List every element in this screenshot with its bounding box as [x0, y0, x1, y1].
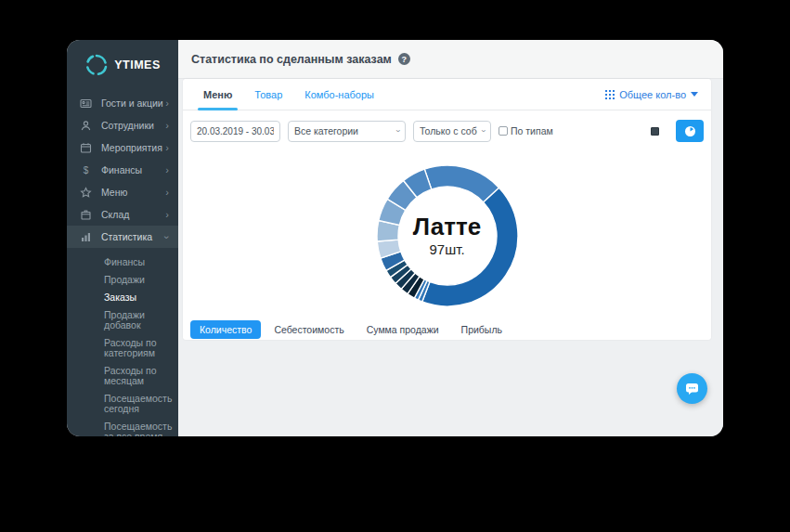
chat-button[interactable]: [677, 373, 707, 404]
main-area: Статистика по сделанным заказам ? Меню Т…: [178, 40, 723, 436]
calendar-icon: [80, 142, 92, 154]
chevron-down-icon: ›: [162, 235, 173, 239]
tab-row: Меню Товар Комбо-наборы Общее кол-во: [183, 79, 711, 110]
chat-bubble-icon: [684, 381, 700, 396]
chevron-right-icon: ›: [165, 121, 169, 131]
submenu-item-sales[interactable]: Продажи: [67, 271, 178, 289]
ytimes-logo-icon: [84, 53, 109, 77]
by-types-checkbox[interactable]: По типам: [499, 125, 553, 136]
checkbox-icon: [499, 126, 508, 136]
sidebar-nav: Гости и акции › Сотрудники › Мероприятия…: [67, 92, 178, 436]
grid-icon: [605, 90, 615, 99]
sidebar-item-guests[interactable]: Гости и акции ›: [67, 92, 178, 114]
chevron-down-icon: ›: [394, 130, 403, 133]
bar-chart-icon: [80, 231, 92, 243]
chevron-right-icon: ›: [165, 210, 169, 220]
refresh-button[interactable]: [676, 120, 704, 142]
donut-chart: Латте 97шт.: [183, 157, 711, 315]
sidebar-item-label: Гости и акции: [101, 97, 165, 109]
serving-type-select[interactable]: Только с собой ›: [413, 121, 491, 142]
chevron-right-icon: ›: [165, 98, 169, 109]
checkbox-label: По типам: [511, 125, 553, 136]
dollar-icon: $: [80, 164, 92, 176]
person-icon: [80, 120, 92, 132]
statistics-submenu: Финансы Продажи Заказы Продажи добавок Р…: [67, 248, 178, 436]
sidebar-item-label: Финансы: [101, 164, 165, 175]
statistics-card: Меню Товар Комбо-наборы Общее кол-во Все…: [183, 79, 711, 340]
chevron-down-icon: ›: [479, 130, 488, 133]
submenu-item-attendance-today[interactable]: Посещаемость сегодня: [67, 390, 178, 418]
content-area: Меню Товар Комбо-наборы Общее кол-во Все…: [178, 79, 723, 436]
total-count-label: Общее кол-во: [619, 89, 686, 100]
sidebar-item-label: Склад: [101, 209, 165, 220]
box-icon: [80, 209, 92, 221]
sidebar-item-label: Меню: [101, 187, 165, 198]
sidebar-item-label: Статистика: [101, 231, 165, 242]
svg-text:$: $: [84, 165, 89, 175]
sidebar-item-warehouse[interactable]: Склад ›: [67, 203, 178, 226]
page-title: Статистика по сделанным заказам: [191, 53, 392, 66]
total-count-switcher[interactable]: Общее кол-во: [605, 79, 702, 110]
logo: YTIMES: [67, 40, 178, 92]
sidebar-item-menu[interactable]: Меню ›: [67, 181, 178, 203]
chevron-right-icon: ›: [165, 165, 169, 175]
metric-tab-sales-sum[interactable]: Сумма продажи: [357, 320, 448, 339]
mini-panel-icon[interactable]: [651, 127, 659, 136]
metric-tab-cost[interactable]: Себестоимость: [265, 320, 353, 339]
tab-combo[interactable]: Комбо-наборы: [293, 79, 385, 110]
sidebar-item-events[interactable]: Мероприятия ›: [67, 136, 178, 159]
metric-tab-quantity[interactable]: Количество: [190, 320, 261, 339]
sidebar: YTIMES Гости и акции › Сотрудники ›: [67, 40, 178, 436]
caret-down-icon: [691, 92, 698, 97]
sidebar-item-statistics[interactable]: Статистика ›: [67, 226, 178, 248]
date-range-input[interactable]: [190, 121, 280, 142]
category-select[interactable]: Все категории ›: [288, 121, 406, 142]
star-icon: [80, 187, 92, 199]
chevron-right-icon: ›: [165, 143, 169, 153]
page-header: Статистика по сделанным заказам ?: [178, 40, 723, 79]
metric-tabs: Количество Себестоимость Сумма продажи П…: [183, 315, 711, 339]
id-card-icon: [80, 97, 92, 110]
submenu-item-orders[interactable]: Заказы: [67, 289, 178, 306]
chevron-right-icon: ›: [165, 188, 169, 198]
sidebar-item-label: Сотрудники: [101, 120, 165, 131]
filter-row: Все категории › Только с собой › По типа…: [183, 110, 711, 150]
tab-product[interactable]: Товар: [243, 79, 293, 110]
sidebar-item-label: Мероприятия: [101, 142, 165, 153]
sidebar-item-employees[interactable]: Сотрудники ›: [67, 114, 178, 136]
submenu-item-expenses-by-category[interactable]: Расходы по категориям: [67, 334, 178, 362]
donut-segment[interactable]: [421, 188, 517, 306]
submenu-item-attendance-all-time[interactable]: Посещаемость за все время: [67, 418, 178, 436]
logo-text: YTIMES: [114, 58, 161, 71]
submenu-item-finance[interactable]: Финансы: [67, 253, 178, 271]
pie-clock-icon: [684, 125, 696, 137]
donut-segment[interactable]: [424, 165, 499, 202]
metric-tab-profit[interactable]: Прибыль: [452, 320, 512, 339]
app-window: YTIMES Гости и акции › Сотрудники ›: [67, 40, 723, 436]
help-icon[interactable]: ?: [398, 53, 410, 65]
tab-menu[interactable]: Меню: [192, 79, 243, 110]
submenu-item-expenses-by-month[interactable]: Расходы по месяцам: [67, 362, 178, 390]
sidebar-item-finance[interactable]: $ Финансы ›: [67, 159, 178, 181]
submenu-item-addon-sales[interactable]: Продажи добавок: [67, 306, 178, 334]
